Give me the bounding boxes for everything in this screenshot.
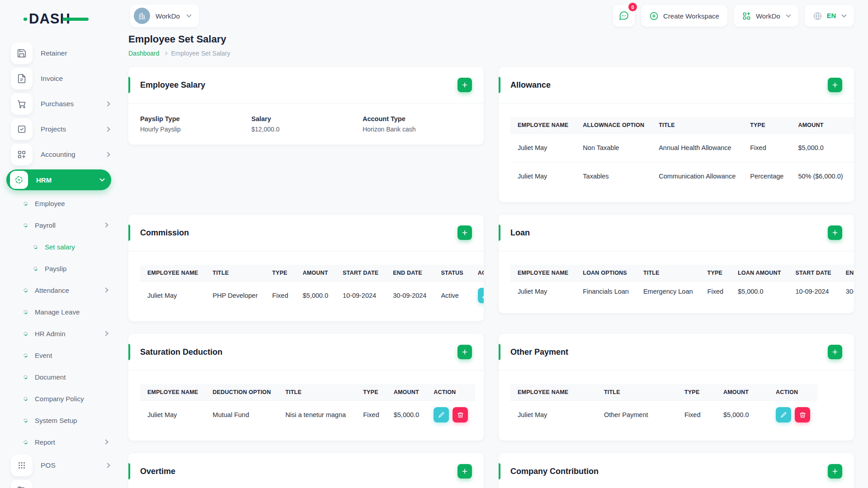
cell: Annual Health Allowance bbox=[651, 134, 743, 162]
cell: Juliet May bbox=[140, 401, 205, 429]
sidebar-label: System Setup bbox=[35, 417, 108, 424]
chevron-right-icon bbox=[103, 331, 108, 336]
sidebar-item-purchases[interactable]: Purchases bbox=[0, 91, 118, 117]
plus-icon bbox=[461, 468, 468, 475]
edit-button[interactable] bbox=[478, 288, 484, 303]
sidebar-label: Payroll bbox=[35, 221, 104, 229]
cell: Fixed bbox=[743, 134, 791, 162]
create-workspace-label: Create Workspace bbox=[663, 12, 719, 20]
table-row: Juliet May Financials Loan Emergency Loa… bbox=[510, 282, 854, 302]
sidebar-label: Employee bbox=[35, 200, 108, 207]
sidebar-item-accounting[interactable]: Accounting bbox=[0, 142, 118, 167]
delete-button[interactable] bbox=[453, 407, 468, 422]
pencil-icon bbox=[438, 412, 445, 418]
sidebar-item-event[interactable]: Event bbox=[0, 344, 118, 366]
sidebar-label: Set salary bbox=[45, 243, 108, 251]
sidebar-item-pos[interactable]: POS bbox=[0, 453, 118, 478]
add-allowance-button[interactable] bbox=[828, 78, 842, 92]
add-commission-button[interactable] bbox=[458, 225, 472, 240]
sidebar-item-system-setup[interactable]: System Setup bbox=[0, 409, 118, 431]
sidebar: DASH Retainer Invoice Purchases bbox=[0, 0, 118, 488]
add-salary-button[interactable] bbox=[458, 78, 472, 92]
sidebar-item-crm[interactable]: CRM bbox=[0, 478, 118, 488]
trash-icon bbox=[799, 412, 806, 418]
cell: Financials Loan bbox=[576, 282, 636, 302]
col-header: AMOUNT bbox=[716, 384, 769, 401]
bullet-icon bbox=[23, 201, 28, 206]
sidebar-item-hr-admin[interactable]: HR Admin bbox=[0, 323, 118, 344]
col-header: START DATE bbox=[335, 265, 386, 282]
col-header: DEDUCTION OPTION bbox=[205, 384, 278, 401]
col-header: TYPE bbox=[265, 265, 295, 282]
plus-icon bbox=[831, 229, 839, 236]
col-header: EMPLOYEE NAME bbox=[510, 265, 576, 282]
trash-icon bbox=[457, 412, 464, 418]
card-title: Saturation Deduction bbox=[140, 347, 222, 357]
company-contribution-card: Company Contribution bbox=[499, 453, 854, 488]
field-value: $12,000.0 bbox=[251, 126, 363, 133]
messages-button[interactable]: 0 bbox=[613, 5, 635, 27]
chevron-right-icon bbox=[103, 287, 108, 292]
add-deduction-button[interactable] bbox=[458, 345, 472, 359]
sidebar-item-employee[interactable]: Employee bbox=[0, 192, 118, 214]
sidebar-item-hrm[interactable]: HRM bbox=[6, 169, 111, 190]
sidebar-item-manage-leave[interactable]: Manage Leave bbox=[0, 301, 118, 323]
cell: Other Payment bbox=[597, 401, 677, 429]
sidebar-item-payslip[interactable]: Payslip bbox=[0, 258, 118, 279]
sidebar-item-invoice[interactable]: Invoice bbox=[0, 66, 118, 91]
sidebar-item-set-salary[interactable]: Set salary bbox=[0, 236, 118, 258]
sidebar-label: Accounting bbox=[41, 150, 106, 159]
sidebar-nav: Retainer Invoice Purchases Projects bbox=[0, 41, 118, 488]
sidebar-item-projects[interactable]: Projects bbox=[0, 117, 118, 142]
add-other-payment-button[interactable] bbox=[828, 345, 842, 359]
add-loan-button[interactable] bbox=[828, 225, 842, 240]
bullet-icon bbox=[23, 439, 28, 445]
sidebar-label: HR Admin bbox=[35, 330, 104, 338]
chevron-right-icon bbox=[105, 127, 110, 131]
col-header: AMOUNT bbox=[387, 384, 426, 401]
sidebar-item-report[interactable]: Report bbox=[0, 431, 118, 453]
bullet-icon bbox=[23, 331, 28, 336]
brand-logo[interactable]: DASH bbox=[29, 11, 88, 27]
plus-icon bbox=[831, 468, 839, 475]
col-header: EMPLOYEE NAME bbox=[140, 384, 205, 401]
add-overtime-button[interactable] bbox=[458, 464, 472, 479]
sidebar-label: Report bbox=[35, 438, 104, 446]
loan-card: Loan EMPLOYEE NAME LOAN OPTIONS TITLE TY… bbox=[499, 215, 854, 313]
cell: Juliet May bbox=[510, 401, 597, 429]
sidebar-item-document[interactable]: Document bbox=[0, 366, 118, 388]
edit-button[interactable] bbox=[776, 407, 791, 422]
table-row: Juliet May Non Taxable Annual Health All… bbox=[510, 134, 854, 162]
sidebar-label: Invoice bbox=[41, 75, 109, 83]
col-header: TYPE bbox=[677, 384, 716, 401]
chevron-right-icon bbox=[105, 101, 110, 106]
cell: $5,000.0 bbox=[791, 134, 850, 162]
bullet-icon bbox=[33, 244, 38, 249]
delete-button[interactable] bbox=[795, 407, 810, 422]
plus-circle-icon bbox=[649, 11, 659, 21]
card-title: Other Payment bbox=[510, 347, 568, 357]
edit-button[interactable] bbox=[434, 407, 449, 422]
workspace-switcher[interactable]: WorkDo bbox=[130, 5, 199, 27]
sidebar-item-payroll[interactable]: Payroll bbox=[0, 214, 118, 236]
sidebar-label: Manage Leave bbox=[35, 308, 108, 316]
bullet-icon bbox=[23, 396, 28, 401]
col-header: EMPLOYEE NAME bbox=[140, 265, 205, 282]
app-switcher-button[interactable]: WorkDo bbox=[734, 5, 798, 27]
cell: Fixed bbox=[677, 401, 716, 429]
card-header: Saturation Deduction bbox=[128, 334, 484, 371]
bullet-icon bbox=[23, 418, 28, 423]
sidebar-label: Event bbox=[35, 352, 108, 359]
bullet-icon bbox=[23, 287, 28, 293]
breadcrumb-dashboard-link[interactable]: Dashboard bbox=[128, 50, 160, 57]
field-payslip-type: Payslip Type Hourly Payslip bbox=[140, 115, 251, 133]
sidebar-item-retainer[interactable]: Retainer bbox=[0, 41, 118, 66]
create-workspace-button[interactable]: Create Workspace bbox=[641, 5, 727, 27]
language-selector[interactable]: EN bbox=[805, 5, 854, 27]
plus-icon bbox=[461, 348, 468, 356]
cell: Percentage bbox=[743, 162, 791, 191]
sidebar-item-company-policy[interactable]: Company Policy bbox=[0, 388, 118, 409]
sidebar-item-attendance[interactable]: Attendance bbox=[0, 279, 118, 301]
col-header: TYPE bbox=[356, 384, 386, 401]
add-company-contribution-button[interactable] bbox=[828, 464, 842, 479]
